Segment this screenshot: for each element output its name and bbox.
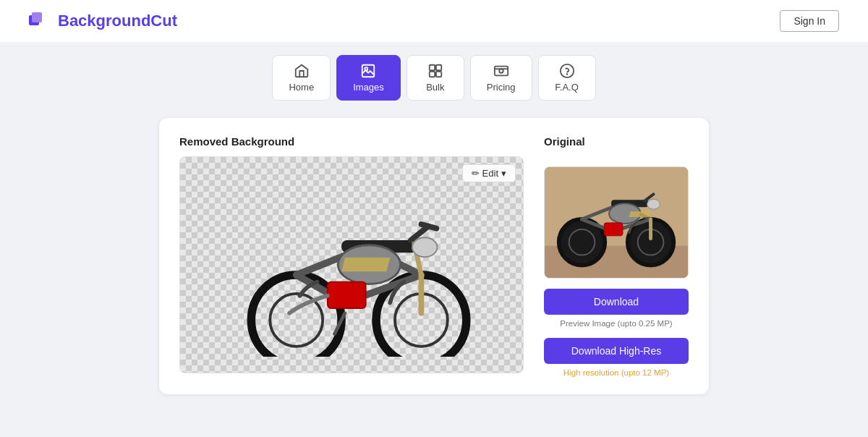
svg-rect-8 [494, 67, 507, 76]
highres-note: High resolution (upto 12 MP) [544, 368, 689, 377]
removed-bg-image-box: ✏ Edit ▾ [179, 156, 524, 373]
logo-text: BackgroundCut [58, 12, 177, 30]
svg-point-11 [560, 64, 573, 77]
faq-icon [559, 63, 575, 79]
nav-label-home: Home [289, 82, 314, 93]
download-highres-button[interactable]: Download High-Res [544, 338, 689, 364]
motorcycle-removed-image [206, 173, 498, 356]
svg-rect-5 [436, 65, 441, 70]
download-preview-note: Preview Image (upto 0.25 MP) [544, 319, 689, 328]
result-card: Removed Background ✏ Edit ▾ [159, 118, 709, 394]
sign-in-button[interactable]: Sign In [780, 10, 839, 32]
original-title: Original [544, 135, 689, 148]
nav-item-home[interactable]: Home [272, 55, 331, 101]
nav-item-bulk[interactable]: Bulk [407, 55, 464, 101]
edit-label: ✏ Edit [472, 168, 498, 179]
svg-rect-27 [327, 282, 365, 308]
bulk-icon [427, 63, 443, 79]
images-icon [360, 63, 376, 79]
nav-item-pricing[interactable]: Pricing [470, 55, 532, 101]
nav-label-images: Images [353, 82, 384, 93]
svg-point-28 [412, 238, 437, 258]
nav-label-pricing: Pricing [487, 82, 516, 93]
svg-rect-6 [430, 72, 435, 77]
logo-icon [29, 11, 52, 31]
home-icon [294, 63, 310, 79]
nav-item-faq[interactable]: F.A.Q [538, 55, 596, 101]
original-image-box [544, 166, 689, 279]
nav-label-faq: F.A.Q [555, 82, 579, 93]
nav-item-images[interactable]: Images [336, 55, 401, 101]
svg-point-44 [647, 199, 660, 209]
removed-bg-title: Removed Background [179, 135, 524, 148]
edit-chevron-icon: ▾ [501, 168, 506, 179]
original-panel: Original [544, 135, 689, 377]
original-motorcycle-image [545, 166, 688, 279]
svg-rect-4 [430, 65, 435, 70]
svg-rect-1 [32, 12, 42, 22]
edit-button[interactable]: ✏ Edit ▾ [462, 164, 516, 182]
nav-bar: Home Images Bulk Pricing [0, 42, 868, 111]
download-button[interactable]: Download [544, 289, 689, 315]
pricing-icon [493, 63, 509, 79]
svg-rect-7 [436, 72, 441, 77]
svg-point-12 [566, 74, 567, 75]
svg-rect-43 [604, 223, 623, 236]
removed-bg-panel: Removed Background ✏ Edit ▾ [179, 135, 524, 377]
header: BackgroundCut Sign In [0, 0, 868, 42]
logo: BackgroundCut [29, 11, 177, 31]
nav-label-bulk: Bulk [426, 82, 444, 93]
main-content: Removed Background ✏ Edit ▾ [0, 111, 868, 416]
